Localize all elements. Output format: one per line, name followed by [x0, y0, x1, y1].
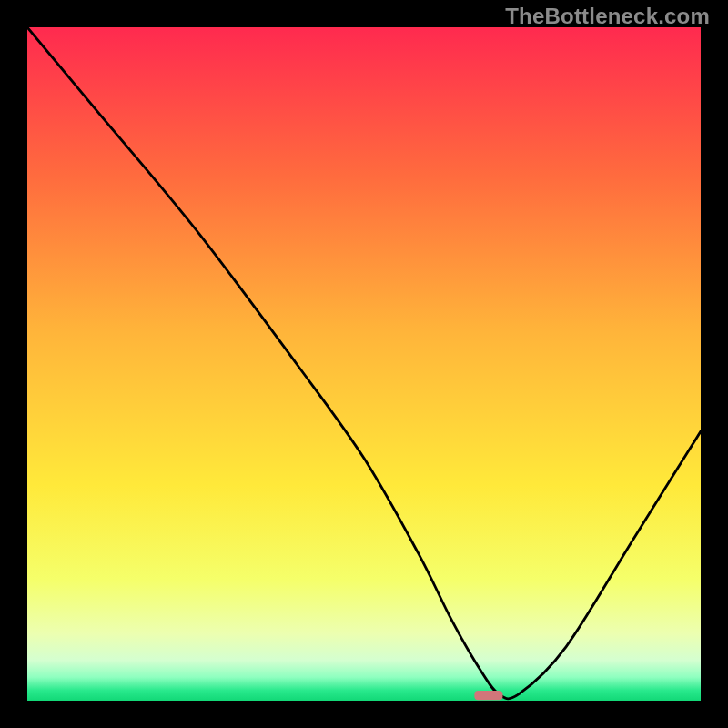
chart-frame: TheBottleneck.com: [0, 0, 728, 728]
optimal-marker: [474, 691, 502, 700]
plot-background: [27, 27, 701, 701]
bottleneck-chart: [27, 27, 701, 701]
watermark-text: TheBottleneck.com: [505, 4, 710, 29]
